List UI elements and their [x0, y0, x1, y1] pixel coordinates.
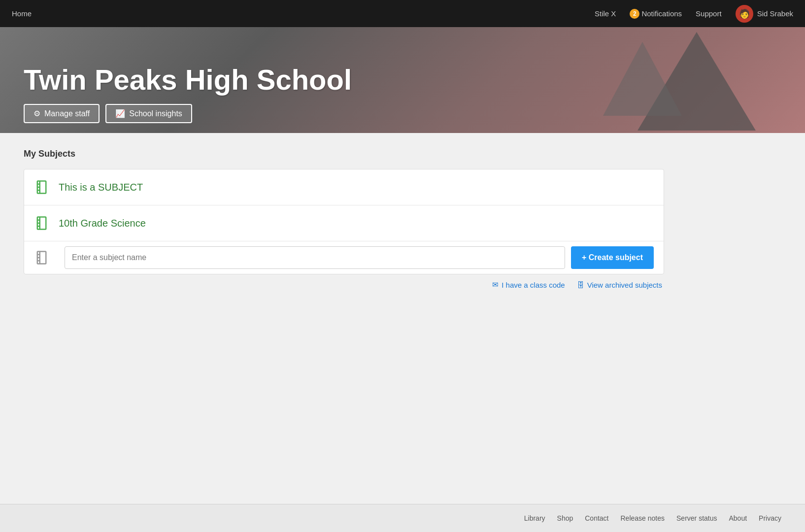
home-link[interactable]: Home [12, 9, 32, 18]
hero-buttons: ⚙ Manage staff 📈 School insights [24, 104, 781, 123]
create-subject-button[interactable]: + Create subject [571, 246, 654, 269]
create-subject-row: + Create subject [24, 241, 664, 274]
my-subjects-title: My Subjects [24, 149, 781, 159]
main-content: My Subjects This is a SUBJECT [0, 133, 805, 504]
class-code-label: I have a class code [502, 281, 565, 289]
school-insights-button[interactable]: 📈 School insights [105, 104, 192, 123]
school-insights-label: School insights [129, 109, 182, 118]
hero-content: Twin Peaks High School ⚙ Manage staff 📈 … [24, 63, 781, 123]
school-name: Twin Peaks High School [24, 63, 781, 96]
footer-shop-link[interactable]: Shop [557, 514, 573, 522]
support-link[interactable]: Support [696, 9, 722, 18]
notifications-label: Notifications [641, 9, 682, 18]
archive-icon: 🗄 [577, 281, 584, 289]
stile-link[interactable]: Stile X [595, 9, 616, 18]
subject-name: This is a SUBJECT [59, 182, 143, 193]
subject-row[interactable]: 10th Grade Science [24, 205, 664, 241]
footer-library-link[interactable]: Library [524, 514, 545, 522]
footer-server-status-link[interactable]: Server status [676, 514, 717, 522]
view-archived-link[interactable]: 🗄 View archived subjects [577, 280, 662, 289]
footer-release-notes-link[interactable]: Release notes [621, 514, 665, 522]
chart-icon: 📈 [115, 109, 125, 118]
manage-staff-button[interactable]: ⚙ Manage staff [24, 104, 100, 123]
subject-row[interactable]: This is a SUBJECT [24, 169, 664, 205]
user-name: Sid Srabek [757, 9, 793, 18]
envelope-icon: ✉ [492, 280, 499, 289]
new-subject-icon [34, 249, 52, 266]
hero-banner: Twin Peaks High School ⚙ Manage staff 📈 … [0, 27, 805, 133]
view-archived-label: View archived subjects [587, 281, 662, 289]
subject-book-icon [34, 178, 52, 196]
subject-book-icon [34, 214, 52, 232]
footer-about-link[interactable]: About [729, 514, 747, 522]
footer: Library Shop Contact Release notes Serve… [0, 504, 805, 532]
footer-contact-link[interactable]: Contact [585, 514, 608, 522]
subject-name: 10th Grade Science [59, 218, 146, 229]
footer-privacy-link[interactable]: Privacy [759, 514, 781, 522]
subjects-container: This is a SUBJECT 10th Grade Science [24, 169, 664, 274]
create-subject-label: + Create subject [582, 253, 643, 262]
user-menu[interactable]: 🧑 Sid Srabek [736, 5, 793, 23]
top-navigation: Home Stile X 2 Notifications Support 🧑 S… [0, 0, 805, 27]
subject-name-input[interactable] [65, 246, 565, 269]
subjects-links: ✉ I have a class code 🗄 View archived su… [24, 280, 664, 289]
class-code-link[interactable]: ✉ I have a class code [492, 280, 565, 289]
manage-staff-label: Manage staff [44, 109, 90, 118]
avatar: 🧑 [736, 5, 753, 23]
notifications-link[interactable]: 2 Notifications [630, 9, 682, 19]
gear-icon: ⚙ [34, 109, 40, 118]
notification-count-badge: 2 [630, 9, 639, 19]
